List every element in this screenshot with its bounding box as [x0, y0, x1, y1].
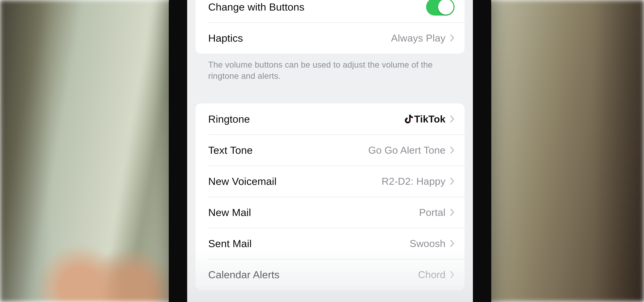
calendar-alerts-value: Chord: [418, 269, 446, 280]
text-tone-value: Go Go Alert Tone: [368, 144, 446, 156]
tiktok-icon: [405, 114, 414, 124]
sent-mail-value: Swoosh: [410, 238, 446, 249]
chevron-right-icon: [450, 209, 454, 216]
new-mail-label: New Mail: [208, 206, 419, 218]
haptics-label: Haptics: [208, 32, 391, 44]
ringtone-value: TikTok: [414, 113, 446, 125]
sent-mail-label: Sent Mail: [208, 238, 410, 249]
haptics-row[interactable]: Haptics Always Play: [196, 23, 464, 54]
change-with-buttons-toggle[interactable]: [426, 0, 454, 16]
new-voicemail-label: New Voicemail: [208, 175, 382, 187]
calendar-alerts-row[interactable]: Calendar Alerts Chord: [196, 259, 464, 290]
chevron-right-icon: [450, 271, 454, 278]
chevron-right-icon: [450, 146, 454, 154]
sounds-card: Ringtone TikTok Text Tone Go Go Alert To…: [196, 103, 464, 290]
volume-footnote: The volume buttons can be used to adjust…: [187, 54, 473, 82]
chevron-right-icon: [450, 178, 454, 185]
calendar-alerts-label: Calendar Alerts: [208, 269, 418, 280]
text-tone-label: Text Tone: [208, 144, 368, 156]
haptics-value: Always Play: [391, 32, 446, 44]
volume-haptics-card: Change with Buttons Haptics Always Play: [196, 0, 464, 54]
chevron-right-icon: [450, 115, 454, 123]
new-mail-row[interactable]: New Mail Portal: [196, 197, 464, 228]
sent-mail-row[interactable]: Sent Mail Swoosh: [196, 228, 464, 259]
chevron-right-icon: [450, 240, 454, 247]
ios-settings-screen: Change with Buttons Haptics Always Play …: [187, 0, 473, 302]
new-voicemail-row[interactable]: New Voicemail R2-D2: Happy: [196, 166, 464, 197]
ringtone-row[interactable]: Ringtone TikTok: [196, 103, 464, 134]
text-tone-row[interactable]: Text Tone Go Go Alert Tone: [196, 134, 464, 166]
change-with-buttons-row[interactable]: Change with Buttons: [196, 0, 464, 23]
change-with-buttons-label: Change with Buttons: [208, 1, 426, 13]
chevron-right-icon: [450, 34, 454, 42]
new-voicemail-value: R2-D2: Happy: [382, 176, 446, 187]
ringtone-label: Ringtone: [208, 113, 405, 125]
new-mail-value: Portal: [419, 207, 446, 218]
